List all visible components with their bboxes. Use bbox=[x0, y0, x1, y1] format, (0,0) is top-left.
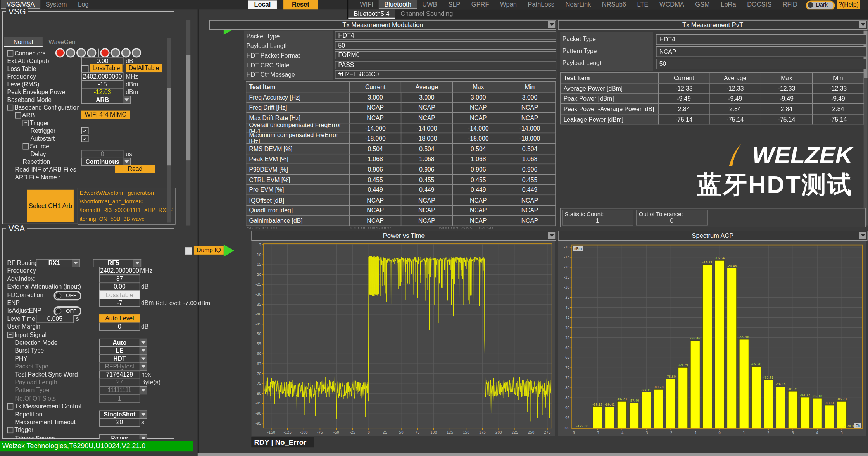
pvtfield-value-payload-length[interactable]: 50 bbox=[656, 59, 866, 69]
dropdown-arrow-icon[interactable] bbox=[140, 410, 147, 418]
dropdown-arrow-icon[interactable] bbox=[140, 354, 147, 363]
frequency-input[interactable]: 2402.0000000 bbox=[81, 72, 124, 81]
leveltime-input[interactable]: 0.005 bbox=[36, 315, 74, 323]
connector-8-led[interactable] bbox=[132, 48, 141, 57]
collapse-icon[interactable]: − bbox=[7, 105, 14, 111]
rf-routing-select-2[interactable]: RF5 bbox=[93, 259, 134, 267]
baseband-mode-input[interactable]: ARB bbox=[81, 96, 124, 104]
payload-length-input[interactable]: 27 bbox=[99, 379, 140, 387]
reset-button[interactable]: Reset bbox=[283, 0, 318, 9]
spectrum-acp-header[interactable]: Spectrum ACP bbox=[558, 231, 867, 241]
menu-tab-system[interactable]: System bbox=[40, 0, 72, 9]
wifi-4-4-mimo-button[interactable]: WIFI 4*4 MIMO bbox=[81, 111, 130, 119]
measurement-timeout-input[interactable]: 20 bbox=[99, 418, 140, 427]
sub-tab-bluetooth5-4[interactable]: Bluetooth5.4 bbox=[348, 9, 395, 19]
help-button[interactable]: ?(Help) bbox=[837, 0, 860, 9]
menu-tab-gsm[interactable]: GSM bbox=[690, 0, 715, 9]
modulation-panel-header[interactable]: Tx Measurement Modulation bbox=[209, 20, 556, 30]
trigger-source-input[interactable]: Power bbox=[99, 434, 140, 439]
menu-tab-wpan[interactable]: Wpan bbox=[495, 0, 522, 9]
packet-type-input[interactable]: RFPHytest bbox=[99, 363, 140, 371]
adv-index-input[interactable]: 37 bbox=[99, 275, 140, 283]
modfield-value-hdt-ctr-message[interactable]: #H2F158C4C0 bbox=[335, 71, 556, 79]
read-button[interactable]: Read bbox=[115, 165, 155, 173]
menu-tab-wifi[interactable]: WIFI bbox=[354, 0, 379, 9]
dump-iq-checkbox[interactable] bbox=[185, 247, 192, 255]
connector-4-led[interactable] bbox=[87, 48, 96, 57]
loss-table-checkbox[interactable] bbox=[81, 65, 89, 72]
arb-file-path[interactable]: E:\work\Waveform_generation\shortformat_… bbox=[78, 188, 176, 225]
enp-input[interactable]: -7 bbox=[99, 299, 140, 307]
burst-type-input[interactable]: LE bbox=[99, 346, 140, 354]
dropdown-arrow-icon[interactable] bbox=[140, 363, 147, 371]
menu-tab-slp[interactable]: SLP bbox=[443, 0, 466, 9]
collapse-icon[interactable]: − bbox=[7, 332, 14, 338]
modfield-value-packet-type[interactable]: HDT4 bbox=[335, 31, 556, 40]
losstable-button[interactable]: LossTable bbox=[90, 64, 123, 72]
menu-tab-log[interactable]: Log bbox=[72, 0, 94, 9]
retrigger-checkbox[interactable]: ✓ bbox=[81, 127, 89, 134]
menu-tab-nrsub6[interactable]: NRSub6 bbox=[597, 0, 632, 9]
dropdown-arrow-icon[interactable] bbox=[140, 386, 147, 394]
menu-tab-gprf[interactable]: GPRF bbox=[466, 0, 495, 9]
dropdown-arrow-icon[interactable] bbox=[140, 339, 147, 347]
menu-tab-pathloss[interactable]: PathLoss bbox=[522, 0, 560, 9]
center-scrollbar-thumb[interactable] bbox=[186, 55, 190, 160]
modfield-value-payload-length[interactable]: 50 bbox=[335, 41, 556, 50]
select-ch1-arb-button[interactable]: Select CH1 Arb bbox=[27, 190, 74, 222]
connector-1-led[interactable] bbox=[55, 48, 65, 57]
connector-2-led[interactable] bbox=[66, 48, 75, 57]
test-packet-sync-word-input[interactable]: 71764129 bbox=[99, 370, 140, 379]
power-vs-time-header[interactable]: Power vs Time bbox=[251, 231, 556, 241]
dropdown-arrow-icon[interactable] bbox=[140, 434, 147, 439]
peak-envelope-power-input[interactable]: -12.03 bbox=[81, 88, 124, 96]
menu-tab-bluetooth[interactable]: Bluetooth bbox=[379, 0, 417, 9]
rf-routing-select-1[interactable]: RX1 bbox=[36, 259, 72, 267]
menu-tab-lora[interactable]: LoRa bbox=[715, 0, 742, 9]
phy-input[interactable]: HDT bbox=[99, 354, 140, 363]
losstable-button[interactable]: LossTable bbox=[99, 290, 140, 299]
collapse-icon[interactable]: − bbox=[7, 403, 14, 410]
chevron-down-icon[interactable] bbox=[859, 21, 866, 28]
collapse-icon[interactable]: − bbox=[7, 427, 14, 434]
dropdown-arrow-icon[interactable] bbox=[123, 96, 131, 104]
dropdown-arrow-icon[interactable] bbox=[140, 346, 147, 354]
menu-tab-docsis[interactable]: DOCSIS bbox=[742, 0, 777, 9]
vsg-tab-wavegen[interactable]: WaveGen bbox=[43, 37, 81, 47]
repetition-input[interactable]: SingleShot bbox=[99, 410, 140, 418]
level-rms-input[interactable]: -15 bbox=[81, 80, 124, 88]
connector-7-led[interactable] bbox=[121, 48, 131, 57]
pvt-panel-header[interactable]: Tx Measurement PvT bbox=[558, 20, 867, 30]
collapse-icon[interactable]: − bbox=[15, 112, 21, 119]
menu-tab-uwb[interactable]: UWB bbox=[417, 0, 443, 9]
expand-icon[interactable]: + bbox=[7, 50, 14, 57]
modfield-value-hdt-packet-format[interactable]: FORM0 bbox=[335, 51, 556, 59]
expand-icon[interactable]: + bbox=[23, 143, 29, 150]
delalltable-button[interactable]: DelAllTable bbox=[126, 64, 162, 72]
user-margin-input[interactable]: 0 bbox=[99, 323, 140, 331]
vsg-tab-normal[interactable]: Normal bbox=[4, 37, 43, 47]
connector-5-led[interactable] bbox=[100, 48, 109, 57]
detection-mode-input[interactable]: Auto bbox=[99, 339, 140, 347]
menu-tab-lte[interactable]: LTE bbox=[632, 0, 654, 9]
sub-tab-channel-sounding[interactable]: Channel Sounding bbox=[395, 9, 459, 19]
menu-tab-wcdma[interactable]: WCDMA bbox=[654, 0, 690, 9]
delay-input[interactable]: 0 bbox=[81, 150, 124, 158]
chevron-down-icon[interactable] bbox=[548, 21, 556, 28]
dropdown-arrow-icon[interactable] bbox=[133, 259, 141, 267]
vsg-scrollbar[interactable] bbox=[167, 38, 171, 223]
chevron-down-icon[interactable] bbox=[548, 232, 556, 239]
collapse-icon[interactable]: − bbox=[23, 120, 29, 126]
connector-6-led[interactable] bbox=[111, 48, 120, 57]
chevron-down-icon[interactable] bbox=[859, 232, 866, 239]
pvtfield-value-pattern-type[interactable]: NCAP bbox=[656, 46, 866, 57]
pattern-type-input[interactable]: 11111111 bbox=[99, 386, 140, 394]
menu-tab-rfid[interactable]: RFID bbox=[777, 0, 803, 9]
local-button[interactable]: Local bbox=[248, 0, 277, 9]
frequency-input[interactable]: 2402.0000000 bbox=[99, 267, 140, 275]
vsg-scrollbar-thumb[interactable] bbox=[167, 88, 171, 165]
dropdown-arrow-icon[interactable] bbox=[72, 259, 80, 267]
modfield-value-hdt-crc-state[interactable]: PASS bbox=[335, 61, 556, 69]
dark-mode-toggle[interactable]: Dark bbox=[806, 0, 835, 10]
vsa-run-button[interactable] bbox=[224, 244, 234, 256]
